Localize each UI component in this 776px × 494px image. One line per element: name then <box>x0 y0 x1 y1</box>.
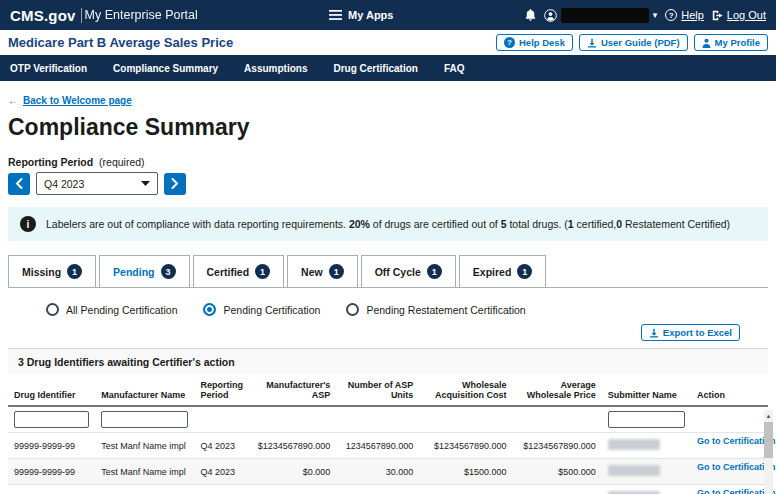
radio-selected-icon <box>203 303 216 316</box>
banner-segment: total drugs. ( <box>507 218 568 230</box>
tab-certified-label: Certified <box>207 266 250 278</box>
manufacturer-name-filter-input[interactable] <box>101 411 188 428</box>
radio-pending-label: Pending Certification <box>223 304 320 316</box>
export-to-excel-button[interactable]: Export to Excel <box>641 324 740 341</box>
drug-identifiers-table: 3 Drug Identifiers awaiting Certifier's … <box>8 348 768 494</box>
table-row: xyz Test Manf Name impl Q4 2023 $5000.00… <box>8 485 768 494</box>
submitter-name-redacted <box>608 465 660 476</box>
col-manufacturer-name: Manufacturer Name <box>95 375 194 406</box>
my-apps-button[interactable]: My Apps <box>329 9 393 21</box>
data-table: Drug Identifier Manufacturer Name Report… <box>8 375 768 494</box>
info-icon: i <box>20 216 36 232</box>
nav-item-compliance-summary[interactable]: Compliance Summary <box>113 63 218 74</box>
radio-pending-restatement-certification[interactable]: Pending Restatement Certification <box>346 303 525 316</box>
tab-missing-count-badge: 1 <box>67 264 82 279</box>
nav-item-faq[interactable]: FAQ <box>444 63 465 74</box>
cell-wac: $1234567890.000 <box>419 433 512 459</box>
tab-off-cycle-label: Off Cycle <box>375 266 421 278</box>
tab-pending[interactable]: Pending 3 <box>99 255 189 287</box>
brand-divider <box>81 8 82 23</box>
status-tabs: Missing 1 Pending 3 Certified 1 New 1 Of… <box>8 255 768 288</box>
select-caret-icon <box>141 181 150 186</box>
col-drug-identifier: Drug Identifier <box>8 375 95 406</box>
cell-action: Go to Certification→ <box>691 485 768 494</box>
reporting-period-label: Reporting Period (required) <box>8 156 768 168</box>
nav-item-otp-verification[interactable]: OTP Verification <box>10 63 87 74</box>
reporting-period-select[interactable]: Q4 2023 <box>36 172 158 195</box>
cell-wac: $10000.000 <box>419 485 512 494</box>
compliance-info-banner: i Labelers are out of compliance with da… <box>8 207 768 241</box>
tab-new[interactable]: New 1 <box>287 255 358 287</box>
tab-expired[interactable]: Expired 1 <box>459 255 547 287</box>
radio-all-pending-label: All Pending Certification <box>66 304 177 316</box>
user-menu[interactable]: ▾ <box>544 8 658 23</box>
cell-submitter-name <box>602 433 691 459</box>
radio-pending-certification[interactable]: Pending Certification <box>203 303 320 316</box>
next-period-button[interactable] <box>164 173 186 195</box>
banner-segment: Restatement Certified) <box>622 218 730 230</box>
cell-units: 30.000 <box>336 459 419 485</box>
cell-asp: $1234567890.000 <box>247 433 336 459</box>
pending-filter-radios: All Pending Certification Pending Certif… <box>46 303 768 316</box>
scroll-up-button[interactable]: ▲ <box>764 410 773 421</box>
cell-submitter-name <box>602 485 691 494</box>
logout-icon <box>712 10 723 21</box>
header-row: Drug Identifier Manufacturer Name Report… <box>8 375 768 406</box>
scrollbar-thumb[interactable] <box>764 422 773 458</box>
banner-text: Labelers are out of compliance with data… <box>46 218 730 230</box>
cell-asp: $0.000 <box>247 459 336 485</box>
cell-action: Go to Certification→ <box>691 433 768 459</box>
banner-segment: certified, <box>574 218 617 230</box>
main-content: ← Back to Welcome page Compliance Summar… <box>0 81 776 494</box>
col-reporting-period: Reporting Period <box>194 375 247 406</box>
back-to-welcome-link[interactable]: ← Back to Welcome page <box>8 95 132 106</box>
submitter-name-redacted <box>608 439 660 450</box>
radio-all-pending-certification[interactable]: All Pending Certification <box>46 303 177 316</box>
logout-link[interactable]: Log Out <box>712 9 766 21</box>
cell-submitter-name <box>602 459 691 485</box>
cell-manufacturer-name: Test Manf Name impl <box>95 433 194 459</box>
cell-units: 500.000 <box>336 485 419 494</box>
user-guide-label: User Guide (PDF) <box>601 37 680 48</box>
tab-off-cycle-count-badge: 1 <box>427 264 442 279</box>
help-link[interactable]: ? Help <box>665 9 704 21</box>
tab-expired-label: Expired <box>473 266 512 278</box>
col-average-wholesale-price: Average Wholesale Price <box>513 375 602 406</box>
brand-text: CMS.gov <box>10 7 76 24</box>
table-scrollbar[interactable]: ▲ <box>764 410 773 494</box>
tab-off-cycle[interactable]: Off Cycle 1 <box>361 255 456 287</box>
my-profile-label: My Profile <box>715 37 760 48</box>
tab-certified[interactable]: Certified 1 <box>193 255 285 287</box>
col-wholesale-acquisition-cost: Wholesale Acquisition Cost <box>419 375 512 406</box>
my-profile-button[interactable]: My Profile <box>694 34 768 51</box>
nav-item-drug-certification[interactable]: Drug Certification <box>333 63 417 74</box>
banner-percent: 20% <box>349 218 370 230</box>
nav-item-assumptions[interactable]: Assumptions <box>244 63 307 74</box>
cell-manufacturer-name: Test Manf Name impl <box>95 459 194 485</box>
previous-period-button[interactable] <box>8 173 30 195</box>
submitter-name-filter-input[interactable] <box>608 411 685 428</box>
cell-units: 1234567890.000 <box>336 433 419 459</box>
cell-awp: $1234567890.000 <box>513 433 602 459</box>
cell-reporting-period: Q4 2023 <box>194 459 247 485</box>
table-row: 99999-9999-99 Test Manf Name impl Q4 202… <box>8 459 768 485</box>
reporting-period-value: Q4 2023 <box>44 178 84 190</box>
notifications-button[interactable] <box>525 9 536 21</box>
menu-icon <box>329 10 342 20</box>
tab-missing[interactable]: Missing 1 <box>8 255 96 287</box>
download-icon <box>649 328 659 338</box>
tab-certified-count-badge: 1 <box>255 264 270 279</box>
tab-missing-label: Missing <box>22 266 61 278</box>
app-header-buttons: ? Help Desk User Guide (PDF) My Profile <box>496 34 768 51</box>
user-guide-button[interactable]: User Guide (PDF) <box>579 34 688 51</box>
drug-identifier-filter-input[interactable] <box>14 411 89 428</box>
page-title: Compliance Summary <box>8 114 768 141</box>
help-desk-button[interactable]: ? Help Desk <box>496 34 573 51</box>
cms-gov-logo[interactable]: CMS.gov My Enterprise Portal <box>10 7 198 24</box>
cell-awp: $1000.000 <box>513 485 602 494</box>
tab-expired-count-badge: 1 <box>517 264 532 279</box>
cell-reporting-period: Q4 2023 <box>194 433 247 459</box>
tab-pending-count-badge: 3 <box>161 264 176 279</box>
radio-circle-icon <box>346 303 359 316</box>
help-label: Help <box>681 9 704 21</box>
